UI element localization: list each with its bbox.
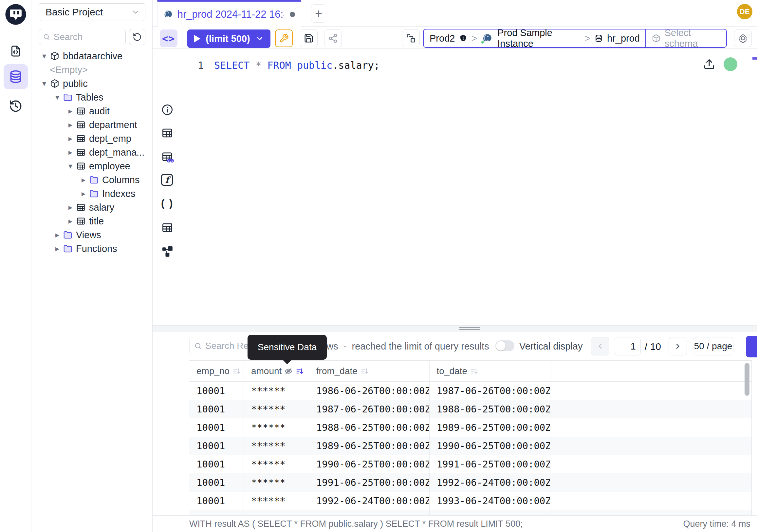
table-cell[interactable]: 10001 [189,382,244,400]
table-cell[interactable]: 1992-06-24T00:00:00Z [430,473,551,492]
caret-right-icon[interactable]: ▸ [65,120,76,129]
batch-query-button[interactable] [402,29,420,47]
column-header-emp_no[interactable]: emp_no [189,361,244,381]
next-page-button[interactable] [669,337,687,356]
caret-down-icon[interactable]: ▾ [52,93,63,102]
new-tab-button[interactable]: + [311,4,326,23]
caret-down-icon[interactable]: ▾ [39,51,50,61]
table-cell[interactable] [550,455,751,473]
tree-item-dept-emp[interactable]: ▸dept_emp [31,132,152,145]
table-cell[interactable] [550,510,751,515]
table-cell[interactable]: 1987-06-26T00:00:00Z [309,400,430,418]
table-cell[interactable]: 1991-06-25T00:00:00Z [430,455,551,473]
table-row[interactable]: 10001******1990-06-25T00:00:00Z1991-06-2… [189,455,751,473]
sort-icon[interactable] [295,367,304,375]
ai-assistant-button[interactable] [734,29,752,47]
tree-item-indexes[interactable]: ▸Indexes [31,187,152,201]
tree-item-department[interactable]: ▸department [31,118,152,132]
table-panel-button[interactable] [161,127,173,139]
table-row[interactable]: 10001******1989-06-25T00:00:00Z1990-06-2… [189,437,751,455]
databases-nav-button[interactable] [4,64,28,89]
caret-right-icon[interactable]: ▸ [52,230,63,239]
caret-down-icon[interactable]: ▾ [39,79,50,88]
user-avatar[interactable]: DE [737,4,752,19]
tree-item-audit[interactable]: ▸audit [31,104,152,118]
table-cell[interactable] [550,418,751,437]
table-scrollbar-thumb[interactable] [744,363,749,396]
table-cell[interactable]: 10001 [189,455,244,473]
table-row[interactable]: 10001******1987-06-26T00:00:00Z1988-06-2… [189,400,751,418]
table-cell[interactable] [550,437,751,455]
column-header-from_date[interactable]: from_date [309,361,430,381]
prev-page-button[interactable] [591,337,609,356]
tree-item-public[interactable]: ▾public [31,77,152,90]
table-cell[interactable]: 1988-06-25T00:00:00Z [309,418,430,437]
resize-handle[interactable] [459,329,480,330]
tables-panel-button[interactable] [161,221,173,234]
functions-panel-button[interactable]: f [161,174,173,186]
table-cell[interactable]: 10001 [189,437,244,455]
tree-item-functions[interactable]: ▸Functions [31,242,152,256]
table-cell[interactable]: 1992-06-24T00:00:00Z [309,492,430,510]
page-number-input[interactable] [614,337,641,356]
table-cell[interactable]: 1991-06-25T00:00:00Z [309,473,430,492]
table-cell[interactable]: 1989-06-25T00:00:00Z [430,418,551,437]
table-cell[interactable]: 1987-06-26T00:00:00Z [430,382,551,400]
history-nav-button[interactable] [4,96,28,117]
column-header-amount[interactable]: amount [244,361,309,381]
table-cell[interactable]: ****** [244,400,309,418]
run-query-button[interactable]: (limit 500) [187,29,270,48]
table-cell[interactable] [550,400,751,418]
editor-line-1[interactable]: 1 SELECT * FROM public.salary; [182,56,750,74]
masked-data-panel-button[interactable] [161,151,174,164]
eye-off-icon[interactable] [284,367,293,375]
resize-handle[interactable] [459,327,480,328]
table-cell[interactable]: 10001 [189,492,244,510]
table-cell[interactable]: ****** [244,382,309,400]
table-cell[interactable]: ****** [244,418,309,437]
sort-icon[interactable] [360,367,369,375]
table-cell[interactable]: ****** [244,473,309,492]
sidebar-search-box[interactable] [39,29,126,45]
table-cell[interactable]: 1993-06-24T00:00:00Z [309,510,430,515]
code-panel-toggle-button[interactable]: <> [160,29,177,47]
export-button-partial[interactable] [746,336,757,358]
sql-editor[interactable]: f ( ) 1 SELECT * FROM public.salary; [153,49,757,325]
table-cell[interactable]: ****** [244,455,309,473]
connection-breadcrumb[interactable]: Prod2 > Prod Sample Instan [423,29,727,48]
table-cell[interactable]: 10001 [189,473,244,492]
table-cell[interactable]: 1986-06-26T00:00:00Z [309,382,430,400]
tree-item-title[interactable]: ▸title [31,214,152,228]
editor-scrollbar[interactable] [752,49,757,325]
share-sheet-button[interactable] [324,29,342,47]
tree-item-bbdataarchive[interactable]: ▾bbdataarchive [31,49,152,63]
caret-right-icon[interactable]: ▸ [65,203,76,212]
tree-item-employee[interactable]: ▾employee [31,159,152,173]
table-cell[interactable]: 1993-06-24T00:00:00Z [430,492,551,510]
table-cell[interactable]: 1990-06-25T00:00:00Z [309,455,430,473]
caret-right-icon[interactable]: ▸ [65,107,76,116]
panel-resize-divider[interactable] [153,325,757,332]
table-cell[interactable] [550,473,751,492]
info-panel-button[interactable] [161,104,173,116]
schema-diagram-button[interactable] [161,245,173,258]
editor-scroll-thumb[interactable] [752,57,757,60]
sort-icon[interactable] [470,367,478,375]
table-cell[interactable]: ****** [244,437,309,455]
tree-item-salary[interactable]: ▸salary [31,201,152,214]
worksheets-nav-button[interactable] [4,41,28,62]
save-sheet-button[interactable] [300,29,318,47]
caret-right-icon[interactable]: ▸ [78,189,89,198]
parameters-panel-button[interactable]: ( ) [161,198,173,209]
table-cell[interactable]: ****** [244,492,309,510]
table-row[interactable]: 10001******1986-06-26T00:00:00Z1987-06-2… [189,382,751,400]
caret-right-icon[interactable]: ▸ [52,244,63,253]
table-row[interactable]: 10001******1988-06-25T00:00:00Z1989-06-2… [189,418,751,437]
tree-item-empty[interactable]: <Empty> [31,63,152,77]
tree-item-columns[interactable]: ▸Columns [31,173,152,187]
table-cell[interactable]: 1994-06-24T00:00:00Z [430,510,551,515]
table-cell[interactable]: 10001 [189,418,244,437]
schema-selector[interactable]: Select schema [645,29,726,47]
refresh-schema-button[interactable] [129,29,145,45]
table-cell[interactable]: 1988-06-25T00:00:00Z [430,400,551,418]
